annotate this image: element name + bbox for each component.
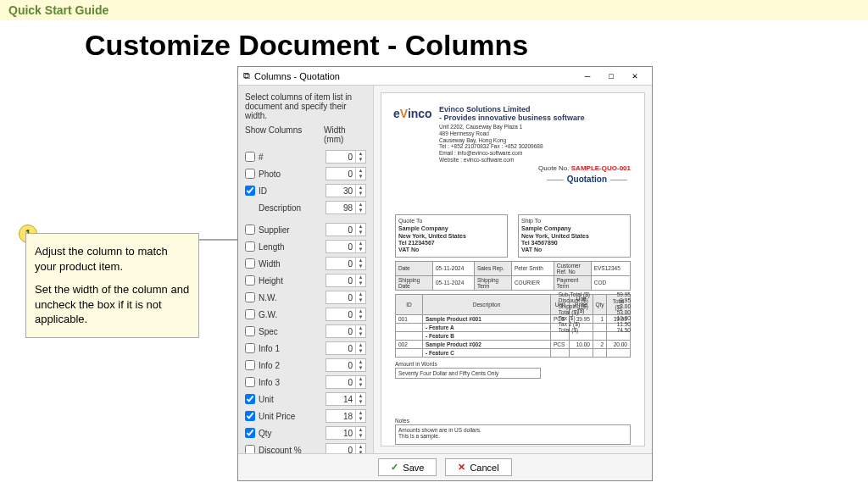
- cancel-button[interactable]: ✕Cancel: [445, 458, 511, 476]
- chevron-down-icon[interactable]: ▼: [356, 331, 365, 337]
- column-checkbox[interactable]: [245, 360, 255, 370]
- chevron-up-icon[interactable]: ▲: [356, 241, 365, 247]
- column-label: Unit: [259, 395, 326, 404]
- titlebar: ⧉ Columns - Quotation — ☐ ✕: [238, 67, 652, 86]
- column-label: Info 1: [259, 344, 326, 353]
- column-checkbox[interactable]: [245, 275, 255, 286]
- chevron-up-icon[interactable]: ▲: [356, 444, 365, 450]
- column-checkbox[interactable]: [245, 186, 255, 196]
- chevron-up-icon[interactable]: ▲: [356, 410, 365, 416]
- chevron-up-icon[interactable]: ▲: [356, 342, 365, 348]
- column-checkbox[interactable]: [245, 152, 255, 162]
- column-label: Width: [259, 259, 326, 269]
- save-button[interactable]: ✓Save: [378, 458, 437, 476]
- chevron-up-icon[interactable]: ▲: [356, 202, 365, 208]
- column-row: G.W.0▲▼: [245, 307, 366, 322]
- width-spinner[interactable]: 0▲▼: [326, 375, 366, 389]
- chevron-up-icon[interactable]: ▲: [356, 393, 365, 399]
- column-row: Description98▲▼: [245, 200, 366, 215]
- chevron-down-icon[interactable]: ▼: [356, 208, 365, 214]
- width-spinner[interactable]: 14▲▼: [326, 392, 366, 406]
- chevron-up-icon[interactable]: ▲: [356, 168, 365, 174]
- column-row: Spec0▲▼: [245, 324, 366, 339]
- chevron-down-icon[interactable]: ▼: [356, 433, 365, 439]
- column-checkbox[interactable]: [245, 225, 255, 235]
- chevron-down-icon[interactable]: ▼: [356, 382, 365, 388]
- width-spinner[interactable]: 0▲▼: [326, 150, 366, 164]
- chevron-down-icon[interactable]: ▼: [356, 348, 365, 354]
- chevron-down-icon[interactable]: ▼: [356, 416, 365, 422]
- column-row: Length0▲▼: [245, 239, 366, 254]
- column-row: Width0▲▼: [245, 256, 366, 271]
- chevron-up-icon[interactable]: ▲: [356, 427, 365, 433]
- column-checkbox[interactable]: [245, 428, 255, 438]
- width-spinner[interactable]: 0▲▼: [326, 223, 366, 236]
- column-label: Length: [259, 242, 326, 252]
- column-checkbox[interactable]: [245, 411, 255, 421]
- column-checkbox[interactable]: [245, 343, 255, 353]
- column-checkbox[interactable]: [245, 377, 255, 387]
- chevron-up-icon[interactable]: ▲: [356, 325, 365, 331]
- chevron-up-icon[interactable]: ▲: [356, 308, 365, 314]
- chevron-down-icon[interactable]: ▼: [356, 247, 365, 252]
- chevron-up-icon[interactable]: ▲: [356, 376, 365, 382]
- width-spinner[interactable]: 30▲▼: [326, 184, 366, 197]
- chevron-up-icon[interactable]: ▲: [356, 185, 365, 191]
- chevron-up-icon[interactable]: ▲: [356, 274, 365, 280]
- width-spinner[interactable]: 0▲▼: [326, 308, 366, 321]
- column-checkbox[interactable]: [245, 292, 255, 302]
- column-checkbox[interactable]: [245, 169, 255, 179]
- column-row: #0▲▼: [245, 149, 366, 164]
- callout-p1: Adjust the column to match your product …: [35, 244, 190, 274]
- width-spinner[interactable]: 0▲▼: [326, 358, 366, 372]
- width-spinner[interactable]: 0▲▼: [326, 274, 366, 287]
- chevron-down-icon[interactable]: ▼: [356, 297, 365, 303]
- chevron-down-icon[interactable]: ▼: [356, 157, 365, 163]
- column-checkbox[interactable]: [245, 445, 255, 453]
- column-row: Discount %0▲▼: [245, 442, 366, 453]
- column-row: Height0▲▼: [245, 273, 366, 288]
- chevron-down-icon[interactable]: ▼: [356, 174, 365, 180]
- width-spinner[interactable]: 0▲▼: [326, 240, 366, 253]
- column-checkbox[interactable]: [245, 326, 255, 336]
- width-spinner[interactable]: 0▲▼: [326, 324, 366, 338]
- width-spinner[interactable]: 98▲▼: [326, 201, 366, 214]
- chevron-down-icon[interactable]: ▼: [356, 191, 365, 197]
- width-spinner[interactable]: 0▲▼: [326, 341, 366, 355]
- chevron-down-icon[interactable]: ▼: [356, 263, 365, 269]
- column-row: Info 10▲▼: [245, 341, 366, 356]
- header-width: Width (mm): [324, 125, 366, 144]
- column-checkbox[interactable]: [245, 394, 255, 404]
- width-spinner[interactable]: 18▲▼: [326, 409, 366, 423]
- chevron-down-icon[interactable]: ▼: [356, 314, 365, 320]
- column-label: Info 3: [259, 378, 326, 387]
- chevron-down-icon[interactable]: ▼: [356, 280, 365, 286]
- chevron-up-icon[interactable]: ▲: [356, 258, 365, 263]
- column-label: ID: [259, 186, 326, 196]
- x-icon: ✕: [458, 462, 465, 473]
- width-spinner[interactable]: 0▲▼: [326, 167, 366, 180]
- width-spinner[interactable]: 0▲▼: [326, 443, 366, 453]
- width-spinner[interactable]: 0▲▼: [326, 257, 366, 270]
- maximize-button[interactable]: ☐: [599, 70, 623, 81]
- window-icon: ⧉: [243, 70, 250, 81]
- minimize-button[interactable]: —: [576, 70, 599, 81]
- chevron-down-icon[interactable]: ▼: [356, 365, 365, 371]
- column-checkbox[interactable]: [245, 309, 255, 319]
- column-label: #: [259, 152, 326, 162]
- chevron-down-icon[interactable]: ▼: [356, 399, 365, 405]
- chevron-up-icon[interactable]: ▲: [356, 224, 365, 230]
- chevron-up-icon[interactable]: ▲: [356, 291, 365, 297]
- chevron-up-icon[interactable]: ▲: [356, 359, 365, 365]
- chevron-up-icon[interactable]: ▲: [356, 151, 365, 157]
- check-icon: ✓: [391, 462, 398, 473]
- column-label: Qty: [259, 429, 326, 438]
- chevron-down-icon[interactable]: ▼: [356, 230, 365, 236]
- column-checkbox[interactable]: [245, 241, 255, 252]
- width-spinner[interactable]: 10▲▼: [326, 426, 366, 440]
- width-spinner[interactable]: 0▲▼: [326, 291, 366, 304]
- column-row: Info 20▲▼: [245, 358, 366, 373]
- page-title: Customize Document - Columns: [85, 29, 868, 62]
- column-checkbox[interactable]: [245, 258, 255, 269]
- close-button[interactable]: ✕: [623, 70, 647, 81]
